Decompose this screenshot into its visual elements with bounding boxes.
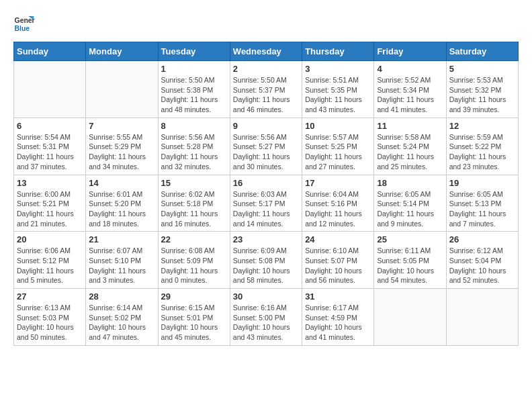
day-info: Sunrise: 6:04 AMSunset: 5:16 PMDaylight:… [305, 189, 371, 229]
day-number: 15 [161, 178, 227, 188]
day-info: Sunrise: 6:14 AMSunset: 5:02 PMDaylight:… [89, 303, 154, 342]
header: General Blue [13, 13, 519, 35]
day-info: Sunrise: 5:58 AMSunset: 5:24 PMDaylight:… [377, 132, 443, 172]
day-info: Sunrise: 5:54 AMSunset: 5:31 PMDaylight:… [17, 132, 83, 172]
day-info: Sunrise: 6:02 AMSunset: 5:18 PMDaylight:… [161, 189, 227, 229]
day-info: Sunrise: 6:09 AMSunset: 5:08 PMDaylight:… [233, 246, 299, 285]
calendar-cell: 14Sunrise: 6:01 AMSunset: 5:20 PMDayligh… [86, 175, 158, 232]
day-number: 12 [449, 121, 515, 131]
day-number: 14 [89, 178, 154, 188]
calendar-cell: 15Sunrise: 6:02 AMSunset: 5:18 PMDayligh… [158, 175, 230, 232]
calendar-cell: 17Sunrise: 6:04 AMSunset: 5:16 PMDayligh… [302, 175, 374, 232]
day-number: 29 [161, 291, 227, 302]
logo: General Blue [13, 13, 35, 35]
calendar-cell: 11Sunrise: 5:58 AMSunset: 5:24 PMDayligh… [374, 118, 446, 175]
day-info: Sunrise: 5:50 AMSunset: 5:38 PMDaylight:… [161, 75, 227, 115]
calendar-cell: 19Sunrise: 6:05 AMSunset: 5:13 PMDayligh… [446, 175, 518, 232]
day-number: 26 [449, 234, 515, 244]
day-info: Sunrise: 5:52 AMSunset: 5:34 PMDaylight:… [377, 75, 443, 115]
calendar-cell: 20Sunrise: 6:06 AMSunset: 5:12 PMDayligh… [14, 232, 86, 289]
weekday-header: Thursday [302, 42, 374, 61]
day-number: 28 [89, 291, 154, 302]
day-info: Sunrise: 6:03 AMSunset: 5:17 PMDaylight:… [233, 189, 299, 229]
calendar-cell: 24Sunrise: 6:10 AMSunset: 5:07 PMDayligh… [302, 232, 374, 289]
day-info: Sunrise: 6:15 AMSunset: 5:01 PMDaylight:… [161, 303, 227, 342]
day-number: 30 [233, 291, 299, 302]
calendar-cell: 3Sunrise: 5:51 AMSunset: 5:35 PMDaylight… [302, 61, 374, 118]
day-info: Sunrise: 6:13 AMSunset: 5:03 PMDaylight:… [17, 303, 83, 342]
day-number: 7 [89, 121, 154, 131]
calendar-cell [446, 289, 518, 346]
calendar-cell [86, 61, 158, 118]
weekday-header: Tuesday [158, 42, 230, 61]
day-info: Sunrise: 5:53 AMSunset: 5:32 PMDaylight:… [449, 75, 515, 115]
calendar-week-row: 13Sunrise: 6:00 AMSunset: 5:21 PMDayligh… [14, 175, 519, 232]
day-info: Sunrise: 5:59 AMSunset: 5:22 PMDaylight:… [449, 132, 515, 172]
calendar-cell: 5Sunrise: 5:53 AMSunset: 5:32 PMDaylight… [446, 61, 518, 118]
day-info: Sunrise: 6:05 AMSunset: 5:13 PMDaylight:… [449, 189, 515, 229]
calendar-cell: 22Sunrise: 6:08 AMSunset: 5:09 PMDayligh… [158, 232, 230, 289]
day-info: Sunrise: 5:56 AMSunset: 5:27 PMDaylight:… [233, 132, 299, 172]
calendar-cell: 29Sunrise: 6:15 AMSunset: 5:01 PMDayligh… [158, 289, 230, 346]
day-number: 3 [305, 64, 371, 74]
calendar-cell: 23Sunrise: 6:09 AMSunset: 5:08 PMDayligh… [230, 232, 302, 289]
day-number: 16 [233, 178, 299, 188]
day-number: 6 [17, 121, 83, 131]
calendar-week-row: 6Sunrise: 5:54 AMSunset: 5:31 PMDaylight… [14, 118, 519, 175]
weekday-header: Saturday [446, 42, 518, 61]
day-info: Sunrise: 6:07 AMSunset: 5:10 PMDaylight:… [89, 246, 154, 285]
day-info: Sunrise: 6:17 AMSunset: 4:59 PMDaylight:… [305, 303, 371, 342]
day-number: 1 [161, 64, 227, 74]
day-number: 18 [377, 178, 443, 188]
day-number: 25 [377, 234, 443, 244]
weekday-header: Wednesday [230, 42, 302, 61]
calendar-cell: 16Sunrise: 6:03 AMSunset: 5:17 PMDayligh… [230, 175, 302, 232]
day-info: Sunrise: 5:57 AMSunset: 5:25 PMDaylight:… [305, 132, 371, 172]
calendar-cell: 30Sunrise: 6:16 AMSunset: 5:00 PMDayligh… [230, 289, 302, 346]
calendar-cell: 13Sunrise: 6:00 AMSunset: 5:21 PMDayligh… [14, 175, 86, 232]
calendar-cell: 8Sunrise: 5:56 AMSunset: 5:28 PMDaylight… [158, 118, 230, 175]
calendar-cell: 2Sunrise: 5:50 AMSunset: 5:37 PMDaylight… [230, 61, 302, 118]
calendar-cell: 4Sunrise: 5:52 AMSunset: 5:34 PMDaylight… [374, 61, 446, 118]
day-info: Sunrise: 5:51 AMSunset: 5:35 PMDaylight:… [305, 75, 371, 115]
day-info: Sunrise: 6:08 AMSunset: 5:09 PMDaylight:… [161, 246, 227, 285]
day-number: 24 [305, 234, 371, 244]
day-number: 21 [89, 234, 154, 244]
day-number: 11 [377, 121, 443, 131]
day-number: 5 [449, 64, 515, 74]
day-number: 23 [233, 234, 299, 244]
day-info: Sunrise: 5:55 AMSunset: 5:29 PMDaylight:… [89, 132, 154, 172]
day-number: 20 [17, 234, 83, 244]
day-info: Sunrise: 5:50 AMSunset: 5:37 PMDaylight:… [233, 75, 299, 115]
day-info: Sunrise: 6:12 AMSunset: 5:04 PMDaylight:… [449, 246, 515, 285]
day-number: 31 [305, 291, 371, 302]
day-number: 2 [233, 64, 299, 74]
day-info: Sunrise: 6:10 AMSunset: 5:07 PMDaylight:… [305, 246, 371, 285]
weekday-header: Monday [86, 42, 158, 61]
calendar-cell: 1Sunrise: 5:50 AMSunset: 5:38 PMDaylight… [158, 61, 230, 118]
day-number: 9 [233, 121, 299, 131]
weekday-header: Friday [374, 42, 446, 61]
day-number: 22 [161, 234, 227, 244]
day-number: 10 [305, 121, 371, 131]
weekday-header-row: SundayMondayTuesdayWednesdayThursdayFrid… [14, 42, 519, 61]
calendar-week-row: 20Sunrise: 6:06 AMSunset: 5:12 PMDayligh… [14, 232, 519, 289]
logo-icon: General Blue [13, 13, 35, 35]
day-info: Sunrise: 6:11 AMSunset: 5:05 PMDaylight:… [377, 246, 443, 285]
calendar-cell: 21Sunrise: 6:07 AMSunset: 5:10 PMDayligh… [86, 232, 158, 289]
day-info: Sunrise: 5:56 AMSunset: 5:28 PMDaylight:… [161, 132, 227, 172]
calendar-cell [14, 61, 86, 118]
calendar-cell [374, 289, 446, 346]
calendar-table: SundayMondayTuesdayWednesdayThursdayFrid… [13, 42, 519, 346]
calendar-cell: 28Sunrise: 6:14 AMSunset: 5:02 PMDayligh… [86, 289, 158, 346]
day-info: Sunrise: 6:00 AMSunset: 5:21 PMDaylight:… [17, 189, 83, 229]
day-number: 8 [161, 121, 227, 131]
calendar-cell: 9Sunrise: 5:56 AMSunset: 5:27 PMDaylight… [230, 118, 302, 175]
day-number: 4 [377, 64, 443, 74]
calendar-week-row: 1Sunrise: 5:50 AMSunset: 5:38 PMDaylight… [14, 61, 519, 118]
calendar-cell: 18Sunrise: 6:05 AMSunset: 5:14 PMDayligh… [374, 175, 446, 232]
weekday-header: Sunday [14, 42, 86, 61]
svg-text:Blue: Blue [15, 25, 30, 32]
calendar-cell: 31Sunrise: 6:17 AMSunset: 4:59 PMDayligh… [302, 289, 374, 346]
calendar-cell: 10Sunrise: 5:57 AMSunset: 5:25 PMDayligh… [302, 118, 374, 175]
